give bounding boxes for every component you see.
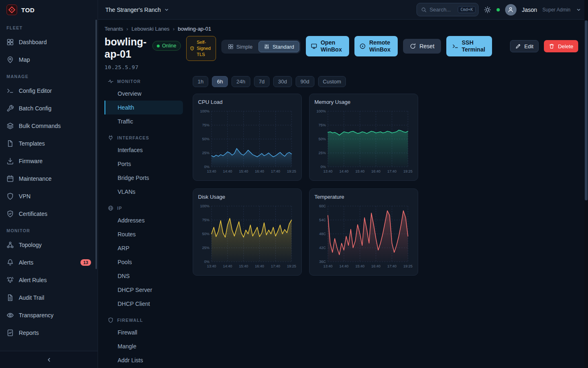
- breadcrumb-tenant-name[interactable]: Lebowski Lanes: [131, 26, 169, 32]
- edit-button[interactable]: Edit: [510, 40, 539, 52]
- edit-label: Edit: [524, 43, 533, 49]
- subnav-item-health[interactable]: Health: [105, 101, 183, 114]
- search-placeholder: Search...: [430, 7, 455, 13]
- ssh-terminal-button[interactable]: SSH Terminal: [446, 36, 492, 56]
- sidebar-item-config-editor[interactable]: Config Editor: [0, 82, 98, 99]
- sidebar-item-alert-rules[interactable]: Alert Rules: [0, 271, 98, 289]
- sidebar-item-batch-config[interactable]: Batch Config: [0, 99, 98, 117]
- sidebar-scrollbar[interactable]: [96, 20, 97, 269]
- breadcrumb-tenants[interactable]: Tenants: [105, 26, 123, 32]
- subnav-item-dhcp-client[interactable]: DHCP Client: [105, 297, 183, 311]
- subnav-item-overview[interactable]: Overview: [105, 87, 183, 101]
- pencil-icon: [515, 43, 521, 49]
- sidebar-item-bulk-commands[interactable]: Bulk Commands: [0, 117, 98, 135]
- subnav-item-bridge-ports[interactable]: Bridge Ports: [105, 171, 183, 185]
- breadcrumb-device-name: bowling-ap-01: [178, 26, 211, 32]
- user-menu-chevron-icon[interactable]: [576, 7, 581, 13]
- svg-text:100%: 100%: [200, 109, 209, 113]
- pulse-icon: [108, 79, 114, 84]
- bell-icon: [7, 259, 14, 266]
- sidebar-item-topology[interactable]: Topology: [0, 236, 98, 254]
- subnav-item-routes[interactable]: Routes: [105, 227, 183, 241]
- sidebar-item-label: VPN: [19, 193, 31, 200]
- sidebar-item-firmware[interactable]: Firmware: [0, 152, 98, 170]
- sidebar-item-certificates[interactable]: Certificates: [0, 205, 98, 222]
- delete-button[interactable]: Delete: [544, 40, 578, 52]
- online-label: Online: [162, 43, 176, 49]
- subnav-item-addresses[interactable]: Addresses: [105, 213, 183, 227]
- subnav-item-label: Pools: [118, 259, 132, 265]
- chart-title: CPU Load: [198, 99, 296, 105]
- subnav-item-label: DNS: [118, 273, 130, 279]
- subnav-item-label: Health: [118, 104, 134, 111]
- subnav-item-traffic[interactable]: Traffic: [105, 114, 183, 128]
- subnav-item-mangle[interactable]: Mangle: [105, 339, 183, 353]
- svg-text:50%: 50%: [202, 137, 209, 141]
- cpu-load-chart: 100%75%50%25%0%13:4014:4015:4016:4017:40…: [198, 107, 296, 177]
- sidebar-item-audit-trail[interactable]: Audit Trail: [0, 289, 98, 306]
- subnav-item-dhcp-server[interactable]: DHCP Server: [105, 283, 183, 297]
- search-shortcut-kbd: Cmd+K: [458, 6, 476, 13]
- time-pill-6h[interactable]: 6h: [212, 76, 227, 87]
- svg-text:25%: 25%: [202, 246, 209, 250]
- subnav-section-label: IP: [117, 206, 122, 211]
- shield-check-icon: [7, 210, 14, 218]
- subnav-item-arp[interactable]: ARP: [105, 241, 183, 255]
- sidebar-item-alerts[interactable]: Alerts 13: [0, 254, 98, 271]
- subnav-item-dns[interactable]: DNS: [105, 269, 183, 283]
- subnav-item-label: Ports: [118, 161, 131, 167]
- file-icon: [7, 140, 14, 147]
- sidebar-item-maintenance[interactable]: Maintenance: [0, 170, 98, 187]
- svg-text:17:40: 17:40: [271, 264, 281, 268]
- sidebar-item-dashboard[interactable]: Dashboard: [0, 33, 98, 51]
- time-pill-custom[interactable]: Custom: [318, 76, 346, 87]
- subnav-item-label: DHCP Client: [118, 301, 150, 307]
- svg-text:42C: 42C: [319, 246, 326, 250]
- time-pill-7d[interactable]: 7d: [254, 76, 270, 87]
- brand-logo[interactable]: TOD: [0, 0, 98, 20]
- time-pill-30d[interactable]: 30d: [273, 76, 292, 87]
- reset-button[interactable]: Reset: [403, 39, 441, 54]
- sliders-icon: [264, 44, 270, 49]
- svg-text:17:40: 17:40: [271, 169, 281, 173]
- svg-text:14:40: 14:40: [223, 169, 232, 173]
- user-role: Super Admin: [542, 7, 570, 13]
- calendar-icon: [7, 175, 14, 182]
- theme-sun-icon[interactable]: [484, 6, 491, 13]
- remote-winbox-button[interactable]: Remote WinBox: [354, 36, 398, 56]
- subnav-item-label: VLANs: [118, 188, 136, 195]
- sidebar-item-map[interactable]: Map: [0, 51, 98, 68]
- search-input[interactable]: Search... Cmd+K: [416, 3, 479, 16]
- device-header: bowling-ap-01 10.25.5.97 Online Self-Sig…: [105, 36, 578, 70]
- sidebar-collapse-button[interactable]: [0, 351, 98, 368]
- chevron-left-icon: [46, 357, 52, 363]
- device-ip: 10.25.5.97: [105, 64, 147, 70]
- sidebar-item-templates[interactable]: Templates: [0, 135, 98, 152]
- sidebar-item-vpn[interactable]: VPN: [0, 187, 98, 205]
- mode-standard-button[interactable]: Standard: [258, 41, 299, 52]
- svg-text:25%: 25%: [318, 151, 326, 155]
- window-scrollbar-thumb[interactable]: [585, 20, 588, 200]
- subnav-item-addr-lists[interactable]: Addr Lists: [105, 353, 183, 367]
- open-winbox-button[interactable]: Open WinBox: [306, 36, 349, 56]
- subnav-item-firewall[interactable]: Firewall: [105, 325, 183, 339]
- sidebar-item-reports[interactable]: Reports: [0, 324, 98, 341]
- tenant-selector[interactable]: The Stranger's Ranch: [105, 7, 169, 13]
- sidebar-item-transparency[interactable]: Transparency: [0, 306, 98, 324]
- breadcrumb-separator: ›: [127, 26, 128, 32]
- user-avatar[interactable]: [505, 4, 517, 16]
- subnav-section-monitor: MONITOR: [105, 76, 183, 87]
- time-pill-24h[interactable]: 24h: [232, 76, 250, 87]
- time-pill-90d[interactable]: 90d: [296, 76, 314, 87]
- svg-text:15:40: 15:40: [355, 264, 365, 268]
- subnav-item-interfaces[interactable]: Interfaces: [105, 143, 183, 157]
- subnav-item-pools[interactable]: Pools: [105, 255, 183, 269]
- brand-name: TOD: [21, 7, 35, 13]
- mode-simple-button[interactable]: Simple: [223, 41, 258, 52]
- download-icon: [7, 157, 14, 165]
- window-scrollbar[interactable]: [584, 0, 588, 368]
- subnav-item-ports[interactable]: Ports: [105, 157, 183, 171]
- time-pill-1h[interactable]: 1h: [193, 76, 208, 87]
- svg-text:50%: 50%: [202, 232, 209, 236]
- subnav-item-vlans[interactable]: VLANs: [105, 185, 183, 199]
